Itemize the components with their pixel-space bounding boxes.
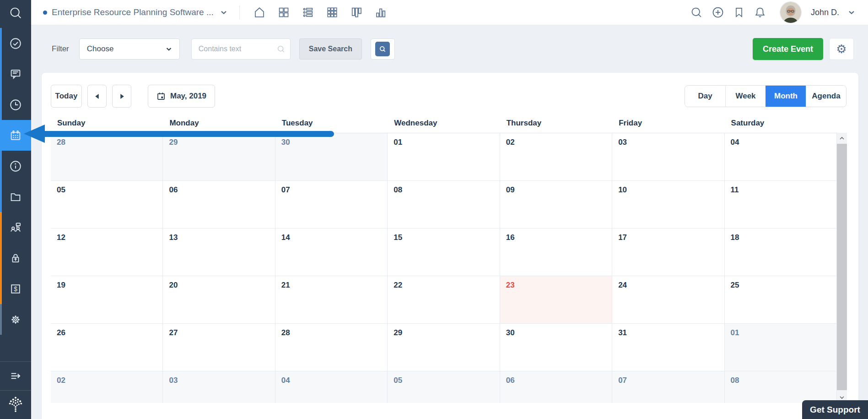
chevron-down-icon [165, 45, 173, 53]
calendar-day-cell[interactable]: 29 [163, 133, 275, 181]
calendar-day-cell[interactable]: 19 [51, 276, 163, 324]
sidebar-item-history[interactable] [0, 89, 31, 120]
prev-period-button[interactable] [87, 85, 107, 108]
view-week-button[interactable]: Week [725, 86, 766, 107]
user-menu-chevron[interactable] [847, 8, 856, 17]
clock-icon [9, 98, 22, 112]
calendar-day-cell[interactable]: 30 [500, 324, 612, 371]
get-support-button[interactable]: Get Support [802, 400, 868, 419]
sidebar-item-messages[interactable] [0, 59, 31, 89]
bar-chart-icon[interactable] [374, 5, 388, 19]
sidebar-bottom [0, 361, 31, 419]
calendar-day-cell[interactable]: 03 [612, 133, 724, 181]
sidebar-item-calendar[interactable] [0, 120, 31, 151]
view-switcher: Day Week Month Agenda [685, 85, 846, 107]
calendar-day-cell[interactable]: 31 [612, 324, 724, 371]
calendar-day-cell[interactable]: 01 [388, 133, 500, 181]
calendar-day-cell[interactable]: 18 [725, 229, 837, 276]
calendar-day-cell[interactable]: 24 [612, 276, 724, 324]
view-day-button[interactable]: Day [685, 86, 725, 107]
chevron-down-icon [847, 8, 856, 17]
avatar[interactable] [780, 2, 801, 23]
calendar-day-cell[interactable]: 05 [51, 181, 163, 229]
dow-label: Tuesday [275, 119, 388, 128]
calendar-day-cell[interactable]: 13 [163, 229, 275, 276]
app-title-dropdown[interactable] [219, 8, 228, 17]
calendar-day-cell[interactable]: 12 [51, 229, 163, 276]
calendar-day-cell[interactable]: 17 [612, 229, 724, 276]
triangle-right-icon [119, 93, 125, 99]
calendar-day-cell[interactable]: 02 [500, 133, 612, 181]
grid-3x3-icon[interactable] [325, 5, 339, 19]
sidebar-logo[interactable] [0, 390, 31, 419]
week-row: 05060708091011 [51, 181, 837, 229]
calendar-day-cell[interactable]: 30 [275, 133, 388, 181]
sidebar-item-info[interactable] [0, 151, 31, 181]
view-agenda-button[interactable]: Agenda [806, 86, 846, 107]
plus-circle-icon[interactable] [711, 5, 725, 19]
contains-text-input[interactable] [191, 38, 291, 60]
calendar-day-cell[interactable]: 27 [163, 324, 275, 371]
search-icon[interactable] [690, 5, 703, 19]
sidebar-collapse-button[interactable] [0, 361, 31, 390]
home-icon[interactable] [253, 5, 266, 19]
saved-searches-button[interactable] [371, 38, 395, 60]
scroll-up-button[interactable] [837, 133, 847, 144]
calendar-day-cell[interactable]: 07 [275, 181, 388, 229]
calendar-day-cell[interactable]: 05 [388, 371, 500, 403]
calendar-day-cell[interactable]: 28 [275, 324, 388, 371]
calendar-day-cell[interactable]: 04 [275, 371, 388, 403]
calendar-scrollbar[interactable] [837, 133, 847, 403]
bookmark-icon[interactable] [733, 6, 745, 19]
calendar-day-cell[interactable]: 06 [500, 371, 612, 403]
save-search-button[interactable]: Save Search [299, 38, 362, 60]
calendar-day-cell[interactable]: 06 [163, 181, 275, 229]
day-of-week-header: Sunday Monday Tuesday Wednesday Thursday… [51, 114, 837, 133]
calendar-day-cell[interactable]: 29 [388, 324, 500, 371]
user-name[interactable]: John D. [811, 8, 839, 17]
sidebar-item-finance[interactable]: $ [0, 273, 31, 304]
week-row: 19202122232425 [51, 276, 837, 324]
calendar-day-cell[interactable]: 09 [500, 181, 612, 229]
calendar-day-cell[interactable]: 26 [51, 324, 163, 371]
sidebar-item-documents[interactable] [0, 181, 31, 212]
calendar-day-cell[interactable]: 07 [612, 371, 724, 403]
calendar-day-cell[interactable]: 25 [725, 276, 837, 324]
saved-search-icon [375, 42, 390, 56]
bell-icon[interactable] [753, 5, 767, 19]
calendar-day-cell-today[interactable]: 23 [500, 276, 612, 324]
next-period-button[interactable] [112, 85, 131, 108]
sidebar-item-settings[interactable] [0, 304, 31, 335]
calendar-day-cell[interactable]: 03 [163, 371, 275, 403]
calendar-day-cell[interactable]: 28 [51, 133, 163, 181]
svg-text:$: $ [14, 286, 17, 293]
calendar-day-cell[interactable]: 08 [388, 181, 500, 229]
calendar-day-cell[interactable]: 08 [725, 371, 837, 403]
scrollbar-thumb[interactable] [837, 144, 847, 390]
filter-choose-select[interactable]: Choose [79, 38, 180, 60]
calendar-day-cell[interactable]: 02 [51, 371, 163, 403]
calendar-day-cell[interactable]: 16 [500, 229, 612, 276]
calendar-day-cell[interactable]: 14 [275, 229, 388, 276]
calendar-toolbar: Today May, 2019 Day Week Month Agenda [51, 85, 846, 108]
calendar-day-cell[interactable]: 15 [388, 229, 500, 276]
calendar-day-cell[interactable]: 04 [725, 133, 837, 181]
period-picker-button[interactable]: May, 2019 [148, 85, 215, 108]
create-event-button[interactable]: Create Event [753, 38, 823, 60]
sidebar-search-button[interactable] [0, 0, 31, 25]
today-button[interactable]: Today [51, 85, 82, 108]
grid-2x2-icon[interactable] [277, 5, 291, 19]
calendar-day-cell[interactable]: 21 [275, 276, 388, 324]
calendar-day-cell[interactable]: 22 [388, 276, 500, 324]
calendar-day-cell[interactable]: 11 [725, 181, 837, 229]
kanban-icon[interactable] [350, 5, 363, 19]
calendar-day-cell[interactable]: 20 [163, 276, 275, 324]
calendar-settings-button[interactable]: ⚙ [829, 38, 854, 60]
calendar-day-cell[interactable]: 10 [612, 181, 724, 229]
sidebar-item-community[interactable] [0, 212, 31, 243]
list-icon[interactable] [301, 5, 315, 19]
sidebar-item-tasks[interactable] [0, 28, 31, 59]
sidebar-item-security[interactable] [0, 243, 31, 273]
view-month-button[interactable]: Month [766, 86, 806, 107]
calendar-day-cell[interactable]: 01 [725, 324, 837, 371]
